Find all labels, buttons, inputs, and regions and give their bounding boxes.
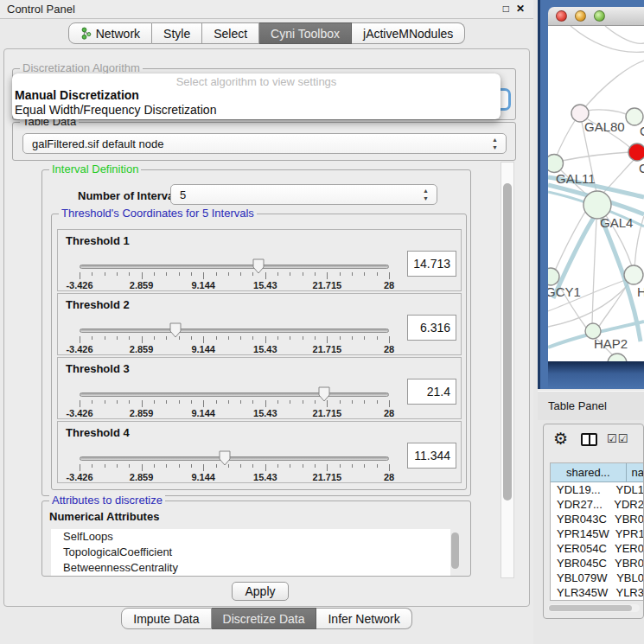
list-item-selfloops[interactable]: SelfLoops [51,529,450,545]
network-window-titlebar[interactable] [548,7,644,26]
threshold-label: Threshold 2 [66,298,130,311]
label-gcy1: GCY1 [548,284,581,299]
tab-label: Impute Data [133,609,199,629]
thresholds-coordinates-group: Threshold's Coordinates for 5 Intervals … [51,214,467,490]
label-gal80: GAL80 [584,119,625,134]
tab-style[interactable]: Style [152,22,202,44]
attributes-group: Attributes to discretize Numerical Attri… [41,501,471,577]
threshold-1-value-field[interactable]: 14.713 [407,251,456,277]
control-panel-title: Control Panel [7,3,75,16]
group-title: Attributes to discretize [49,494,165,507]
tab-impute-data[interactable]: Impute Data [121,608,211,629]
node-bottom-partial[interactable] [608,354,627,361]
minimize-traffic-light[interactable] [575,10,586,22]
list-item-topologicalcoefficient[interactable]: TopologicalCoefficient [51,545,450,560]
table-row[interactable]: YLR345WYLR3 [551,585,644,600]
popup-item-equal-width-frequency[interactable]: Equal Width/Frequency Discretization [15,103,216,117]
settings-scrollbar[interactable] [501,162,514,578]
list-scrollbar-thumb[interactable] [451,532,459,569]
threshold-label: Threshold 4 [66,426,130,439]
combobox-value: 5 [180,188,186,201]
node-red-selected[interactable] [628,143,644,161]
table-row[interactable]: YBR043CYBR0 [551,512,644,526]
slider-track[interactable] [80,392,389,397]
table-row[interactable]: YBR045CYBR0 [551,556,644,571]
algorithm-dropdown-popup: Select algorithm to view settings Manual… [12,73,501,119]
column-header-shared-name[interactable]: shared... [551,463,627,482]
threshold-1-box: Threshold 1 -3.426 2.859 9.144 [57,229,462,291]
columns-icon[interactable] [581,433,597,446]
tab-label: Cyni Toolbox [271,23,340,44]
spinner-arrows-icon: ▲▼ [492,136,498,151]
close-traffic-light[interactable] [556,10,567,22]
slider-ticks [80,400,389,408]
slider-track[interactable] [80,328,389,333]
tab-discretize-data[interactable]: Discretize Data [212,608,317,629]
network-canvas[interactable]: GAL80 GA C GAL11 GAL4 GCY1 H HAP2 [548,26,644,361]
table-data-group: Table Data galFiltered.sif default node … [12,122,516,161]
threshold-4-box: Threshold 4 -3.426 2.859 9.144 [57,421,462,483]
float-window-icon[interactable]: □ [503,3,509,15]
tab-label: Infer Network [328,609,399,629]
tab-infer-network[interactable]: Infer Network [316,608,411,629]
settings-scrollbar-thumb[interactable] [503,183,512,501]
label-gal4: GAL4 [600,215,633,230]
tab-label: Network [96,23,140,44]
table-row[interactable]: YBL079WYBL0 [551,571,644,585]
popup-item-manual-discretization[interactable]: Manual Discretization [15,88,139,102]
table-horizontal-scrollbar-thumb[interactable] [549,605,632,611]
table-horizontal-scrollbar[interactable] [548,604,640,612]
group-title: Threshold's Coordinates for 5 Intervals [59,207,257,220]
slider-tick-labels: -3.426 2.859 9.144 15.43 21.715 28 [80,472,389,482]
close-panel-icon[interactable]: ✕ [516,3,525,15]
table-row[interactable]: YDR27...YDR2 [551,497,644,512]
table-panel-titlebar: Table Panel [538,391,644,420]
label-gal11: GAL11 [556,171,596,186]
tab-label: Select [214,23,247,44]
list-item-betweennesscentrality[interactable]: BetweennessCentrality [51,560,450,576]
column-header-name[interactable]: na [627,463,644,482]
threshold-3-value-field[interactable]: 21.4 [407,379,456,405]
table-row[interactable]: YPR145WYPR1 [551,526,644,541]
slider-track[interactable] [80,265,389,269]
slider-tick-labels: -3.426 2.859 9.144 15.43 21.715 28 [80,408,389,418]
tab-select[interactable]: Select [202,22,259,44]
node-gcy1[interactable] [548,268,559,285]
threshold-2-value-field[interactable]: 6.316 [407,315,456,341]
threshold-3-box: Threshold 3 -3.426 2.859 9.144 [57,357,462,419]
slider-tick-labels: -3.426 2.859 9.144 15.43 21.715 28 [80,280,389,290]
node-h[interactable] [624,265,643,284]
interval-definition-group: Interval Definition Number of Intervals … [41,169,471,496]
node-top-right[interactable] [626,108,643,125]
apply-button[interactable]: Apply [232,582,289,601]
tab-label: Discretize Data [223,609,305,629]
label-ga-partial: GA [640,124,644,138]
table-row[interactable]: YER054CYER0 [551,541,644,556]
tab-label: jActiveMNodules [363,23,453,44]
network-graph: GAL80 GA C GAL11 GAL4 GCY1 H HAP2 [548,26,644,361]
numerical-attributes-label: Numerical Attributes [49,510,159,523]
number-of-intervals-combobox[interactable]: 5 ▲▼ [170,184,437,205]
checkbox-filter-icons[interactable]: ☑☑ [607,432,628,445]
tab-label: Style [163,23,190,44]
threshold-4-value-field[interactable]: 11.344 [407,443,456,469]
tab-jactivemnodules[interactable]: jActiveMNodules [352,22,465,44]
slider-ticks [80,272,389,280]
group-title: Interval Definition [49,163,141,175]
table-header-row: shared... na [551,463,644,482]
network-window-bottom-border [548,361,644,389]
node-gal11[interactable] [548,155,564,173]
cyni-toolbox-page: Discretization Algorithm Select algorith… [3,48,530,607]
table-data-combobox[interactable]: galFiltered.sif default node ▲▼ [22,133,507,154]
gear-icon[interactable]: ⚙ [553,429,568,449]
algorithm-hint: Select algorithm to view settings [12,75,501,88]
label-c-partial: C [639,161,644,175]
table-row[interactable]: YIL052CYIL0 [551,600,644,601]
zoom-traffic-light[interactable] [594,10,605,22]
table-row[interactable]: YDL19...YDL1 [551,482,644,497]
tab-cyni-toolbox[interactable]: Cyni Toolbox [259,22,352,44]
slider-track[interactable] [80,456,389,461]
tab-network[interactable]: Network [68,22,152,44]
threshold-label: Threshold 3 [66,362,130,375]
number-of-intervals-label: Number of Intervals [78,189,183,202]
